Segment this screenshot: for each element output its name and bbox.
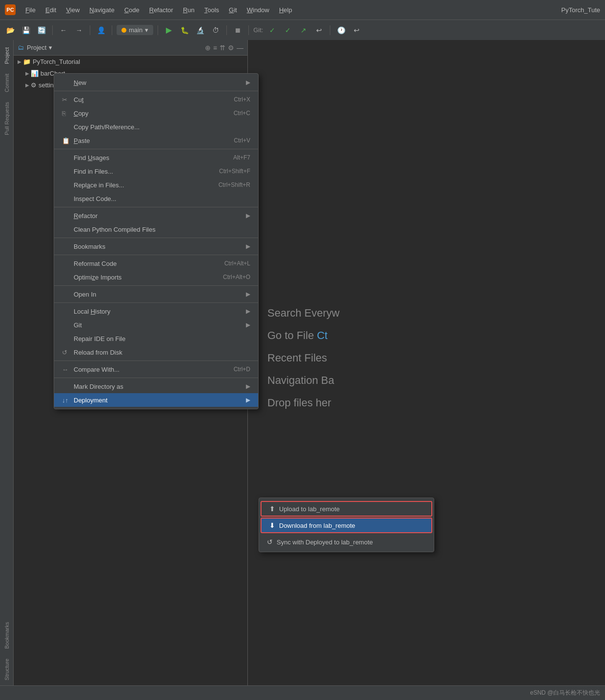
ctx-find-usages[interactable]: Find Usages Alt+F7: [54, 151, 258, 164]
branch-dot: [121, 28, 126, 33]
sidebar-item-bookmarks[interactable]: Bookmarks: [2, 617, 12, 654]
menu-window[interactable]: Window: [243, 5, 273, 15]
ctx-repair-ide[interactable]: Repair IDE on File: [54, 332, 258, 345]
ctx-local-history[interactable]: Local History ▶: [54, 304, 258, 318]
ctx-sep8: [54, 360, 258, 361]
ctx-copy[interactable]: ⎘ Copy Ctrl+C: [54, 106, 258, 120]
toolbar-undo[interactable]: ↩: [350, 24, 363, 37]
toolbar-sep1: [52, 25, 53, 35]
ctx-git[interactable]: Git ▶: [54, 318, 258, 332]
toolbar-git-update[interactable]: ✓: [266, 24, 279, 37]
ctx-reformat[interactable]: Reformat Code Ctrl+Alt+L: [54, 257, 258, 270]
sync-icon: ↺: [267, 538, 273, 546]
menu-file[interactable]: File: [21, 5, 40, 15]
toolbar-sep5: [226, 25, 227, 35]
toolbar-sep6: [248, 25, 249, 35]
toolbar-debug[interactable]: 🐛: [178, 24, 191, 37]
toolbar-forward[interactable]: →: [73, 24, 85, 37]
ctx-reload-icon: ↺: [62, 349, 71, 356]
branch-name: main: [129, 26, 142, 34]
ctx-clean-python[interactable]: Clean Python Compiled Files: [54, 222, 258, 236]
toolbar-back[interactable]: ←: [57, 24, 70, 37]
sidebar-item-structure[interactable]: Structure: [2, 654, 12, 685]
header-icon-expand[interactable]: ⇈: [220, 44, 225, 52]
submenu-download[interactable]: ⬇ Download from lab_remote: [261, 518, 432, 533]
submenu-upload[interactable]: ⬆ Upload to lab_remote: [261, 501, 432, 517]
ctx-find-files[interactable]: Find in Files... Ctrl+Shift+F: [54, 164, 258, 178]
ctx-bookmarks-arrow: ▶: [246, 243, 250, 250]
ctx-sep5: [54, 255, 258, 255]
project-title-label: Project: [27, 44, 46, 51]
menu-run[interactable]: Run: [179, 5, 199, 15]
download-label: Download from lab_remote: [279, 522, 355, 529]
ctx-refactor[interactable]: Refactor ▶: [54, 209, 258, 222]
ctx-paste[interactable]: 📋 Paste Ctrl+V: [54, 134, 258, 147]
ctx-paste-icon: 📋: [62, 137, 71, 144]
project-dropdown-arrow[interactable]: ▾: [49, 44, 52, 51]
ctx-sep9: [54, 378, 258, 378]
header-icon-settings[interactable]: ⚙: [228, 44, 234, 52]
ctx-reload-disk[interactable]: ↺ Reload from Disk: [54, 345, 258, 359]
toolbar-git-push[interactable]: ✓: [282, 24, 294, 37]
toolbar-profile[interactable]: ⏱: [209, 24, 222, 37]
welcome-recent: Recent Files: [267, 352, 585, 364]
folder-icon-root: 📁: [23, 58, 31, 65]
ctx-compare-with[interactable]: ↔ Compare With... Ctrl+D: [54, 362, 258, 376]
sidebar-item-commit[interactable]: Commit: [2, 69, 12, 97]
toolbar-user[interactable]: 👤: [95, 24, 107, 37]
project-header: 🗂 Project ▾ ⊕ ≡ ⇈ ⚙ —: [14, 40, 247, 56]
toolbar-sync[interactable]: 🔄: [35, 24, 48, 37]
ctx-compare-icon: ↔: [62, 366, 71, 373]
toolbar: 📂 💾 🔄 ← → 👤 main ▾ ▶ 🐛 🔬 ⏱ ⏹ Git: ✓ ✓ ↗ …: [0, 20, 605, 40]
ctx-local-history-arrow: ▶: [246, 308, 250, 315]
ctx-git-arrow: ▶: [246, 321, 250, 328]
toolbar-stop[interactable]: ⏹: [231, 24, 244, 37]
sidebar-item-pull-requests[interactable]: Pull Requests: [2, 97, 12, 140]
menu-navigate[interactable]: Navigate: [85, 5, 118, 15]
ctx-cut-icon: ✂: [62, 96, 71, 103]
toolbar-save[interactable]: 💾: [20, 24, 32, 37]
toolbar-coverage[interactable]: 🔬: [194, 24, 206, 37]
ctx-new[interactable]: New ▶: [54, 76, 258, 89]
menu-view[interactable]: View: [62, 5, 83, 15]
status-watermark: eSND @白马长枪不快也光: [530, 689, 600, 697]
menu-help[interactable]: Help: [275, 5, 296, 15]
toolbar-open[interactable]: 📂: [4, 24, 17, 37]
ctx-refactor-arrow: ▶: [246, 212, 250, 219]
toolbar-history[interactable]: 🕐: [335, 24, 347, 37]
sidebar-item-project[interactable]: Project: [2, 42, 12, 69]
menu-git[interactable]: Git: [225, 5, 241, 15]
toolbar-git-revert[interactable]: ↩: [313, 24, 325, 37]
ctx-mark-directory[interactable]: Mark Directory as ▶: [54, 380, 258, 393]
ctx-new-arrow: ▶: [246, 79, 250, 86]
ctx-optimize[interactable]: Optimize Imports Ctrl+Alt+O: [54, 270, 258, 284]
menu-bar: File Edit View Navigate Code Refactor Ru…: [21, 5, 296, 15]
project-title: Project ▾: [27, 44, 52, 51]
menu-edit[interactable]: Edit: [41, 5, 60, 15]
ctx-replace-files[interactable]: Replace in Files... Ctrl+Shift+R: [54, 178, 258, 192]
toolbar-git-branch[interactable]: ↗: [297, 24, 310, 37]
context-menu: New ▶ ✂ Cut Ctrl+X ⎘ Copy Ctrl+C Copy Pa…: [54, 73, 259, 409]
tree-item-root[interactable]: ▶ 📁 PyTorch_Tutorial: [14, 56, 247, 67]
header-icon-collapse[interactable]: ≡: [213, 44, 217, 52]
toolbar-run[interactable]: ▶: [162, 24, 175, 37]
upload-label: Upload to lab_remote: [279, 505, 340, 513]
menu-refactor[interactable]: Refactor: [145, 5, 177, 15]
ctx-bookmarks[interactable]: Bookmarks ▶: [54, 240, 258, 253]
menu-code[interactable]: Code: [121, 5, 143, 15]
ctx-compare-shortcut: Ctrl+D: [234, 366, 250, 373]
bar-icon: 📊: [31, 70, 39, 77]
ctx-open-in[interactable]: Open In ▶: [54, 287, 258, 301]
ctx-inspect-code[interactable]: Inspect Code...: [54, 192, 258, 205]
branch-selector[interactable]: main ▾: [117, 25, 153, 35]
ctx-deployment-icon: ↓↑: [62, 397, 71, 404]
menu-tools[interactable]: Tools: [201, 5, 223, 15]
ctx-deployment[interactable]: ↓↑ Deployment ▶: [54, 393, 258, 407]
ctx-copy-path[interactable]: Copy Path/Reference...: [54, 120, 258, 134]
header-icon-add[interactable]: ⊕: [205, 44, 211, 52]
header-icon-minimize[interactable]: —: [237, 44, 243, 52]
ctx-copy-icon: ⎘: [62, 110, 71, 117]
ctx-cut[interactable]: ✂ Cut Ctrl+X: [54, 93, 258, 106]
submenu-sync[interactable]: ↺ Sync with Deployed to lab_remote: [259, 534, 434, 550]
download-icon: ⬇: [269, 521, 275, 529]
